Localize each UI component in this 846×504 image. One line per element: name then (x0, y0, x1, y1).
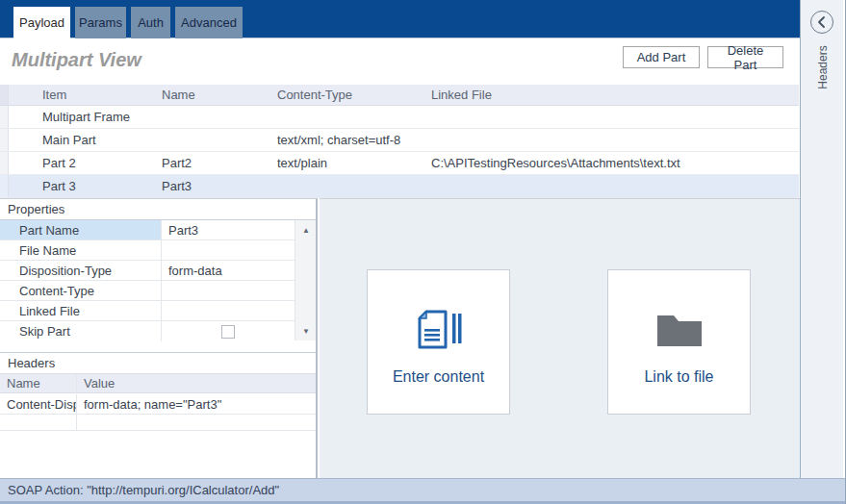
header-value-cell[interactable]: form-data; name="Part3" (78, 394, 316, 414)
property-row-linked-file[interactable]: Linked File (0, 301, 295, 321)
status-bar: SOAP Action: "http://tempuri.org/ICalcul… (0, 478, 846, 501)
cell-content-type: text/xml; charset=utf-8 (269, 129, 423, 151)
column-header-name[interactable]: Name (154, 85, 269, 105)
cell-linked-file (423, 106, 799, 128)
grid-header-row: Item Name Content-Type Linked File (0, 85, 799, 106)
property-row-part-name[interactable]: Part Name Part3 (0, 220, 295, 240)
cell-name (154, 129, 269, 151)
enter-content-button[interactable]: Enter content (367, 269, 510, 415)
property-row-skip-part[interactable]: Skip Part (0, 321, 295, 341)
folder-icon (654, 305, 705, 355)
row-gutter[interactable] (0, 152, 9, 174)
column-header-content-type[interactable]: Content-Type (269, 85, 423, 105)
property-value-input[interactable]: form-data (162, 261, 295, 280)
header-row-content-disposition[interactable]: Content-Disposition form-data; name="Par… (0, 394, 316, 415)
property-value-input[interactable]: Part3 (162, 220, 295, 239)
property-label: Skip Part (0, 321, 162, 341)
tab-payload[interactable]: Payload (13, 7, 70, 38)
cell-name: Part2 (154, 152, 269, 174)
property-label: Disposition-Type (0, 261, 162, 280)
cell-item: Part 2 (9, 152, 154, 174)
cell-content-type (269, 175, 423, 197)
table-row[interactable]: Multipart Frame (0, 106, 799, 129)
row-gutter (0, 85, 9, 105)
header-row-empty[interactable] (0, 415, 316, 431)
header-name-cell[interactable]: Content-Disposition (0, 394, 77, 414)
property-row-content-type[interactable]: Content-Type (0, 281, 295, 301)
row-gutter[interactable] (0, 129, 9, 151)
soap-action-text: SOAP Action: "http://tempuri.org/ICalcul… (8, 483, 279, 497)
row-gutter[interactable] (0, 175, 9, 197)
collapsed-headers-panel: Headers (800, 0, 843, 478)
properties-scrollbar[interactable]: ▲ ▼ (295, 220, 316, 340)
chevron-left-icon (811, 12, 833, 33)
cell-item: Main Part (9, 129, 154, 151)
cell-linked-file (423, 129, 799, 151)
property-value-input[interactable] (162, 240, 295, 260)
cell-item: Part 3 (9, 175, 154, 197)
link-to-file-button[interactable]: Link to file (607, 269, 751, 415)
properties-grid: Part Name Part3 File Name Disposition-Ty… (0, 219, 316, 340)
side-panel-tab-headers[interactable]: Headers (801, 37, 844, 98)
row-gutter[interactable] (0, 106, 9, 128)
cell-content-type: text/plain (269, 152, 423, 174)
cell-linked-file (423, 175, 799, 197)
skip-part-checkbox[interactable] (221, 325, 235, 339)
header-name-cell[interactable] (0, 415, 77, 430)
table-row[interactable]: Part 2 Part2 text/plain C:\APITestingRes… (0, 152, 799, 175)
property-value-cell (162, 321, 295, 341)
column-header-linked-file[interactable]: Linked File (423, 85, 799, 105)
column-header-name[interactable]: Name (0, 374, 77, 392)
table-row[interactable]: Main Part text/xml; charset=utf-8 (0, 129, 799, 152)
tab-params[interactable]: Params (75, 7, 126, 38)
headers-grid-header: Name Value (0, 373, 316, 393)
property-label: Part Name (0, 220, 162, 239)
column-header-item[interactable]: Item (9, 85, 154, 105)
part-detail-panel: Properties Part Name Part3 File Name Dis… (0, 198, 318, 478)
delete-part-button[interactable]: Delete Part (707, 46, 783, 68)
page-title: Multipart View (12, 49, 141, 71)
add-part-button[interactable]: Add Part (623, 46, 700, 68)
cell-item: Multipart Frame (9, 106, 154, 128)
multipart-toolbar: Multipart View Add Part Delete Part (0, 39, 800, 85)
scroll-up-icon[interactable]: ▲ (295, 222, 317, 238)
column-header-value[interactable]: Value (78, 374, 316, 392)
multipart-grid: Item Name Content-Type Linked File Multi… (0, 85, 799, 198)
table-row-selected[interactable]: Part 3 Part3 (0, 175, 799, 198)
scroll-down-icon[interactable]: ▼ (295, 323, 317, 339)
cell-name: Part3 (154, 175, 269, 197)
document-content-icon (415, 305, 463, 355)
property-row-file-name[interactable]: File Name (0, 240, 295, 261)
side-panel-label: Headers (816, 45, 830, 88)
headers-panel-title: Headers (0, 352, 316, 373)
tab-bar: Payload Params Auth Advanced (0, 0, 800, 38)
property-value-input[interactable] (162, 281, 295, 300)
property-label: File Name (0, 240, 162, 260)
expand-panel-button[interactable] (810, 11, 833, 34)
app-window: Payload Params Auth Advanced Multipart V… (0, 0, 846, 504)
link-to-file-label: Link to file (644, 368, 713, 386)
cell-linked-file: C:\APITestingResources\Attachments\text.… (423, 152, 799, 174)
property-label: Linked File (0, 301, 162, 320)
cell-content-type (269, 106, 423, 128)
property-value-input[interactable] (162, 301, 295, 320)
tab-auth[interactable]: Auth (131, 7, 170, 38)
header-value-cell[interactable] (78, 415, 316, 430)
property-label: Content-Type (0, 281, 162, 300)
property-row-disposition-type[interactable]: Disposition-Type form-data (0, 261, 295, 281)
cell-name (154, 106, 269, 128)
tab-advanced[interactable]: Advanced (175, 7, 243, 38)
enter-content-label: Enter content (393, 368, 484, 386)
lower-region: Properties Part Name Part3 File Name Dis… (0, 198, 800, 478)
part-content-area: Enter content Link to file (320, 198, 800, 478)
properties-panel-title: Properties (0, 199, 316, 219)
